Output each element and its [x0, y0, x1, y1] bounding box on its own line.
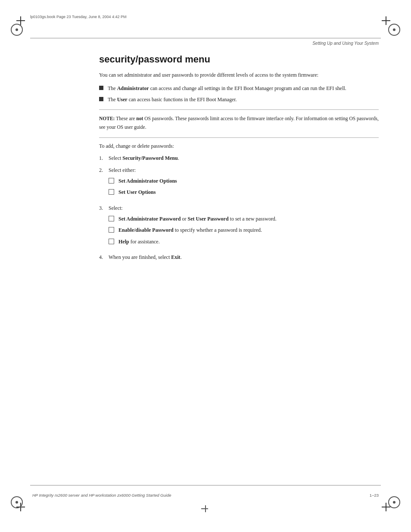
step-1: 1. Select Security/Password Menu.: [99, 154, 379, 162]
step-3-sublist: Set Administrator Password or Set User P…: [109, 215, 379, 246]
top-rule: [30, 38, 381, 38]
divider-bottom: [99, 137, 379, 138]
circle-mark-br: [388, 496, 400, 508]
step-2-sublist: Set Administrator Options Set User Optio…: [109, 177, 379, 196]
step-3-sub-2: Enable/disable Password to specify wheth…: [109, 226, 379, 234]
step-3-sub-1: Set Administrator Password or Set User P…: [109, 215, 379, 223]
footer-left: HP Integrity rx2600 server and HP workst…: [32, 493, 171, 498]
divider-top: [99, 109, 379, 110]
step-3-sub-2-text: Enable/disable Password to specify wheth…: [118, 226, 379, 234]
main-content: security/password menu You can set admin…: [99, 54, 379, 472]
step-2: 2. Select either: Set Administrator Opti…: [99, 166, 379, 200]
bullet-list: The Administrator can access and change …: [99, 84, 379, 103]
checkbox-icon-3: [109, 216, 114, 221]
bullet-icon-2: [99, 97, 103, 101]
checkbox-icon-4: [109, 227, 114, 233]
circle-mark-bl: [11, 496, 23, 508]
note-box: NOTE: These are not OS passwords. These …: [99, 114, 379, 131]
step-3: 3. Select: Set Administrator Password or…: [99, 204, 379, 249]
footer: HP Integrity rx2600 server and HP workst…: [32, 493, 379, 498]
step-3-sub-3: Help for assistance.: [109, 238, 379, 246]
step-2-content: Select either: Set Administrator Options…: [109, 166, 379, 200]
bullet-item-2: The User can access basic functions in t…: [99, 96, 379, 103]
checkbox-icon-1: [109, 178, 114, 184]
checkbox-icon-5: [109, 239, 114, 244]
circle-mark-tr: [388, 24, 400, 36]
step-3-sub-3-text: Help for assistance.: [118, 238, 379, 246]
bullet-text-2: The User can access basic functions in t…: [108, 96, 237, 103]
steps-intro: To add, change or delete passwords:: [99, 142, 379, 150]
chapter-header: Setting Up and Using Your System: [312, 41, 379, 46]
step-2-sub-1: Set Administrator Options: [109, 177, 379, 185]
step-1-content: Select Security/Password Menu.: [109, 154, 379, 162]
page: lp0103gs.book Page 23 Tuesday, June 8, 2…: [0, 0, 411, 532]
checkbox-icon-2: [109, 189, 114, 195]
note-text: NOTE: These are not OS passwords. These …: [99, 116, 379, 130]
section-title: security/password menu: [99, 54, 379, 65]
footer-right: 1–23: [370, 493, 379, 498]
intro-text: You can set administrator and user passw…: [99, 71, 379, 79]
note-bold-prefix: NOTE:: [99, 116, 115, 121]
step-3-content: Select: Set Administrator Password or Se…: [109, 204, 379, 249]
bullet-text-1: The Administrator can access and change …: [108, 84, 346, 92]
step-4-content: When you are finished, select Exit.: [109, 253, 379, 261]
step-4: 4. When you are finished, select Exit.: [99, 253, 379, 261]
step-2-sub-2: Set User Options: [109, 188, 379, 196]
bullet-icon-1: [99, 86, 103, 90]
step-2-sub-1-text: Set Administrator Options: [118, 177, 379, 185]
bottom-center-mark: [201, 505, 210, 514]
step-2-number: 2.: [99, 166, 109, 200]
circle-mark-tl: [11, 24, 23, 36]
step-2-sub-2-text: Set User Options: [118, 188, 379, 196]
page-header: lp0103gs.book Page 23 Tuesday, June 8, 2…: [30, 12, 381, 20]
file-info: lp0103gs.book Page 23 Tuesday, June 8, 2…: [30, 15, 127, 19]
step-3-number: 3.: [99, 204, 109, 249]
bullet-item-1: The Administrator can access and change …: [99, 84, 379, 92]
step-4-number: 4.: [99, 253, 109, 261]
step-1-number: 1.: [99, 154, 109, 162]
footer-rule: [30, 485, 381, 485]
step-3-sub-1-text: Set Administrator Password or Set User P…: [118, 215, 379, 223]
